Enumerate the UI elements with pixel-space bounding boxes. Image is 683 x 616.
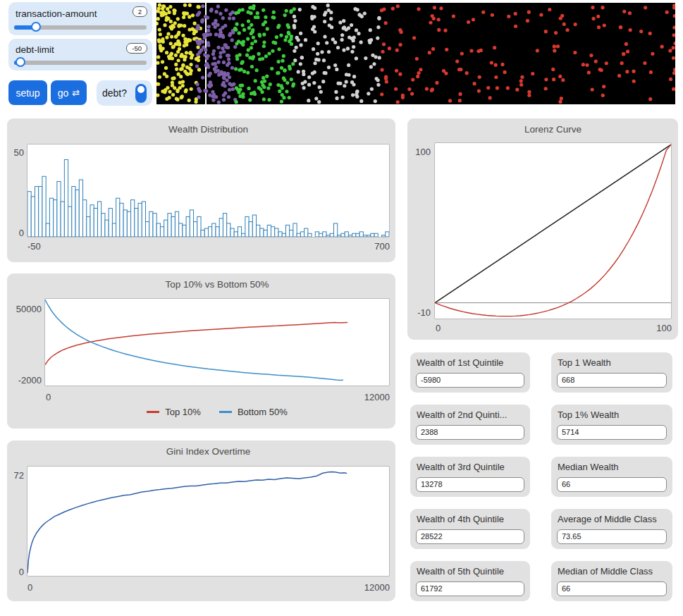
monitor-value: 66 (557, 581, 667, 596)
slider-track[interactable] (14, 61, 147, 65)
monitor-label: Median Wealth (558, 462, 666, 472)
monitor-top-1-wealth: Top 1 Wealth 668 (551, 352, 672, 393)
setup-button[interactable]: setup (8, 80, 47, 105)
monitor-top-1pct-wealth: Top 1% Wealth 5714 (551, 405, 672, 445)
legend-item: Top 10% (147, 407, 201, 417)
monitor-label: Average of Middle Class (558, 514, 666, 524)
x-tick-left: 0 (46, 392, 51, 402)
toggle-knob (137, 86, 144, 93)
slider-label: debt-limit (16, 44, 54, 55)
slider-track[interactable] (14, 25, 147, 30)
plot-area (27, 144, 390, 238)
monitor-value: 28522 (416, 529, 524, 544)
legend-label: Top 10% (165, 407, 201, 417)
monitor-label: Top 1% Wealth (558, 409, 666, 420)
chart-title: Wealth Distribution (27, 124, 390, 135)
go-button-label: go (58, 87, 69, 99)
monitor-median-wealth: Median Wealth 66 (551, 457, 672, 497)
line-chart (45, 299, 389, 386)
legend-dash (219, 411, 232, 413)
chart-title: Gini Index Overtime (27, 446, 390, 457)
slider-value-badge: 2 (133, 6, 147, 17)
y-tick-top: 50 (7, 147, 24, 158)
monitor-value: 2388 (416, 425, 524, 440)
monitor-wealth-5th-quintile: Wealth of 5th Quintile 61792 (410, 561, 530, 601)
monitor-label: Wealth of 1st Quintile (417, 357, 524, 368)
x-tick-left: -50 (27, 241, 41, 252)
legend-item: Bottom 50% (219, 407, 288, 417)
x-tick-right: 12000 (319, 582, 390, 593)
line-chart (435, 143, 671, 319)
slider-thumb[interactable] (16, 57, 25, 67)
y-tick-bottom: -2000 (7, 375, 42, 386)
y-tick-top: 72 (7, 470, 24, 481)
plot-area (44, 298, 390, 386)
y-tick-top: 100 (407, 147, 431, 157)
y-tick-bottom: 0 (7, 567, 24, 577)
monitor-value: 61792 (416, 581, 524, 596)
slider-thumb[interactable] (31, 22, 41, 32)
monitor-median-middle-class: Median of Middle Class 66 (551, 561, 672, 601)
forever-icon: ⇄ (72, 87, 80, 98)
plot-area (27, 466, 390, 577)
x-tick-left: 0 (27, 582, 32, 593)
monitor-value: 13278 (416, 477, 524, 492)
monitor-label: Wealth of 4th Quintile (417, 514, 524, 524)
x-tick-right: 100 (601, 323, 672, 333)
chart-title: Top 10% vs Bottom 50% (44, 279, 390, 290)
toggle-pill[interactable] (135, 84, 147, 103)
debt-switch-label: debt? (102, 87, 135, 99)
netlogo-app: transaction-amount 2 debt-limit -50 setu… (0, 0, 683, 616)
monitor-label: Wealth of 2nd Quinti... (417, 409, 524, 420)
y-tick-top: 50000 (7, 304, 42, 314)
y-tick-bottom: -10 (407, 307, 431, 318)
wealth-distribution-panel: Wealth Distribution 50 0 -50 700 (7, 118, 395, 262)
chart-legend: Top 10% Bottom 50% (44, 407, 390, 417)
monitor-value: -5980 (416, 373, 524, 388)
monitor-value: 668 (557, 373, 667, 388)
monitor-value: 66 (557, 477, 667, 492)
histogram (27, 144, 389, 237)
x-tick-right: 700 (319, 241, 390, 252)
monitor-wealth-2nd-quintile: Wealth of 2nd Quinti... 2388 (410, 405, 530, 445)
monitor-label: Top 1 Wealth (558, 357, 666, 368)
slider-debt-limit[interactable]: debt-limit -50 (8, 39, 152, 70)
setup-button-label: setup (16, 87, 39, 99)
y-tick-bottom: 0 (7, 228, 24, 238)
x-tick-right: 12000 (319, 392, 390, 402)
debt-switch[interactable]: debt? (97, 80, 152, 106)
monitor-label: Wealth of 3rd Quintile (417, 462, 524, 472)
monitor-label: Median of Middle Class (558, 566, 666, 577)
world-canvas[interactable] (156, 3, 675, 104)
line-chart (27, 467, 389, 576)
gini-index-panel: Gini Index Overtime 72 0 0 12000 (7, 441, 395, 601)
chart-title: Lorenz Curve (434, 124, 672, 135)
monitor-wealth-3rd-quintile: Wealth of 3rd Quintile 13278 (410, 457, 530, 497)
monitor-wealth-1st-quintile: Wealth of 1st Quintile -5980 (410, 352, 530, 393)
top10-bottom50-panel: Top 10% vs Bottom 50% 50000 -2000 0 1200… (7, 273, 395, 429)
x-tick-left: 0 (436, 323, 441, 333)
go-button[interactable]: go ⇄ (51, 80, 87, 105)
monitor-label: Wealth of 5th Quintile (417, 566, 524, 577)
monitor-wealth-4th-quintile: Wealth of 4th Quintile 28522 (410, 509, 530, 549)
slider-label: transaction-amount (16, 8, 97, 19)
monitor-average-middle-class: Average of Middle Class 73.65 (551, 509, 672, 549)
plot-area (434, 142, 672, 319)
slider-transaction-amount[interactable]: transaction-amount 2 (8, 2, 152, 35)
legend-label: Bottom 50% (238, 407, 288, 417)
legend-dash (147, 411, 159, 413)
slider-value-badge: -50 (126, 43, 147, 54)
lorenz-curve-panel: Lorenz Curve 100 -10 0 100 (407, 118, 678, 340)
monitor-value: 73.65 (557, 529, 667, 544)
monitor-value: 5714 (557, 425, 667, 440)
